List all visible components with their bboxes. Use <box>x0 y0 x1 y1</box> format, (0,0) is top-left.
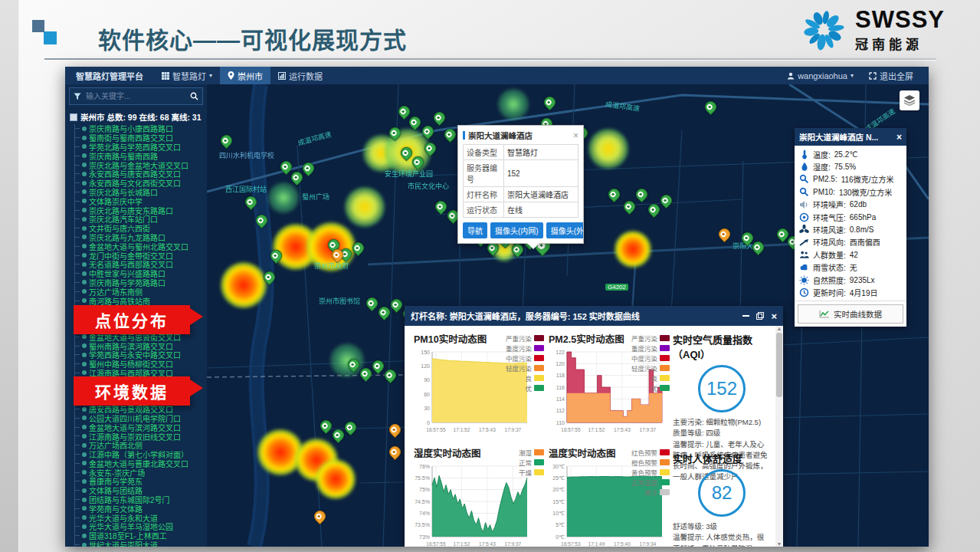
device-info-row: 服务器编号152 <box>464 160 578 187</box>
svg-text:17:9:37: 17:9:37 <box>505 427 522 432</box>
close-icon[interactable]: × <box>771 311 777 321</box>
gauge-title: 实时人体舒适度 <box>671 442 772 465</box>
legend-label: 轻度污染 <box>631 363 657 373</box>
panel-scrollbar[interactable]: ▲ ▼ <box>775 326 783 547</box>
exit-fullscreen-button[interactable]: 退出全屏 <box>861 67 921 84</box>
legend-color-chip <box>534 355 544 361</box>
lamp-node-icon <box>82 127 87 131</box>
info-value: 152 <box>504 160 578 187</box>
sidebar-tree-item[interactable]: 世纪大道与崇阳大道 <box>75 540 207 547</box>
close-icon[interactable]: × <box>573 131 578 140</box>
env-metric-value: 130微克/立方米 <box>839 186 892 198</box>
grid-icon <box>162 72 169 80</box>
legend-entry: 轻度污染 <box>506 363 544 373</box>
lamp-node-icon <box>82 452 87 457</box>
nav-item-city[interactable]: 崇州市 <box>220 67 270 84</box>
thermometer-icon <box>799 150 809 159</box>
chart-cell: 湿度实时动态图潮湿正常干燥73%73.5%74%74.5%75%75.5%76%… <box>411 442 546 547</box>
filter-icon[interactable] <box>74 93 81 100</box>
legend-label: 干燥 <box>519 468 532 477</box>
lamp-node-icon <box>82 253 87 258</box>
env-metrics-list: 温度: 25.2℃湿度: 75.5%PM2.5: 116微克/立方米PM10: … <box>795 146 906 301</box>
legend-label: 重度污染 <box>506 343 532 353</box>
env-metric-row: 湿度: 75.5% <box>799 160 902 172</box>
legend-entry: 良 <box>631 373 670 383</box>
legend-color-chip <box>534 469 544 475</box>
svg-text:25℃: 25℃ <box>552 475 565 481</box>
tree-branch <box>75 481 80 481</box>
navigate-button[interactable]: 导航 <box>463 222 487 238</box>
pressure-icon <box>799 212 809 222</box>
tree-branch <box>75 228 80 228</box>
title-bullet-dark <box>32 20 44 32</box>
lamp-node-icon <box>82 199 87 203</box>
lamp-node-icon <box>82 298 87 303</box>
camera-extranet-button[interactable]: 摄像头(外网) <box>546 222 583 238</box>
tree-branch <box>75 210 80 211</box>
search-input[interactable] <box>84 91 187 101</box>
user-icon <box>787 72 795 80</box>
layers-icon <box>903 94 916 107</box>
info-value: 在线 <box>504 202 578 218</box>
tree-branch <box>75 472 80 473</box>
legend-entry: 红色预警 <box>631 447 670 457</box>
legend-entry: 黄色预警 <box>631 467 670 477</box>
legend-color-chip <box>660 355 670 361</box>
env-metric-label: 温度: <box>813 149 831 160</box>
minimize-icon[interactable] <box>742 315 749 317</box>
lamp-node-icon <box>82 370 87 375</box>
legend-entry: 中度污染 <box>631 353 670 363</box>
svg-text:17:1:52: 17:1:52 <box>588 427 605 432</box>
tree-branch <box>75 182 80 183</box>
svg-text:75.5%: 75.5% <box>415 475 430 481</box>
user-menu[interactable]: wangxiaohua ▾ <box>779 67 861 84</box>
realtime-curve-button[interactable]: 实时曲线数据 <box>798 304 903 324</box>
nav-item-smart-lamp[interactable]: 智慧路灯 ▾ <box>154 67 220 84</box>
scroll-down-icon[interactable]: ▼ <box>777 541 782 547</box>
svg-text:73.5%: 73.5% <box>415 522 430 527</box>
legend-color-chip <box>534 449 544 455</box>
tree-branch <box>75 156 80 156</box>
scrollbar-thumb[interactable] <box>776 333 782 397</box>
scroll-up-icon[interactable]: ▲ <box>777 326 782 331</box>
app-brand[interactable]: 智慧路灯管理平台 <box>65 67 154 84</box>
svg-text:74.5%: 74.5% <box>415 499 430 504</box>
map-layers-button[interactable] <box>900 90 919 110</box>
env-metric-label: 环境风速: <box>813 224 846 235</box>
realtime-data-panel: 灯杆名称: 崇阳大道澜峰酒店，服务器编号: 152 实时数据曲线 × PM10实… <box>405 306 783 547</box>
company-logo: SWSSY 冠南能源 <box>800 6 945 54</box>
env-metric-value: 0.8m/S <box>850 225 874 234</box>
collapse-toggle-icon[interactable] <box>70 113 77 121</box>
env-metric-label: 自然照度: <box>813 274 846 286</box>
svg-text:17:5:43: 17:5:43 <box>614 427 631 432</box>
title-bullet-blue <box>44 31 57 44</box>
legend-entry: 重度污染 <box>506 343 544 353</box>
lamp-node-icon <box>82 244 87 248</box>
app-window: 智慧路灯管理平台 智慧路灯 ▾ 崇州市 运行数据 wangxiaohua ▾ <box>65 67 929 547</box>
lamp-node-icon <box>82 416 87 420</box>
tree-branch <box>75 346 80 347</box>
logo-wordmark: SWSSY <box>855 8 945 31</box>
camera-intranet-button[interactable]: 摄像头(内网) <box>490 222 543 238</box>
tree-branch <box>75 445 80 445</box>
svg-text:122: 122 <box>556 350 565 355</box>
exit-fullscreen-icon <box>869 72 877 80</box>
chart-legend: 严重污染重度污染中度污染轻度污染良优 <box>631 333 670 393</box>
lamp-node-icon <box>82 235 87 239</box>
svg-text:17:1:52: 17:1:52 <box>454 427 470 432</box>
env-metric-row: 环境风速: 0.8m/S <box>799 223 902 235</box>
nav-item-running-data[interactable]: 运行数据 <box>270 67 330 84</box>
environment-panel: 崇阳大道澜峰酒店 N... × 温度: 25.2℃湿度: 75.5%PM2.5:… <box>795 128 906 327</box>
search-icon[interactable] <box>190 92 198 100</box>
svg-text:17:5:40: 17:5:40 <box>614 541 631 547</box>
env-metric-row: 人群数量: 42 <box>799 248 902 261</box>
restore-window-icon[interactable] <box>756 312 764 320</box>
tree-root-node[interactable]: 崇州市 总数: 99 在线: 68 离线: 31 <box>65 108 207 124</box>
chart-legend: 红色预警橙色预警黄色预警正常温度寒冷 <box>631 447 670 497</box>
lamp-node-icon <box>82 407 87 412</box>
tree-branch <box>75 427 80 428</box>
close-icon[interactable]: × <box>896 132 902 143</box>
navbar-right: wangxiaohua ▾ 退出全屏 <box>779 67 929 84</box>
svg-text:73%: 73% <box>419 534 430 540</box>
lamp-node-icon <box>82 181 87 186</box>
